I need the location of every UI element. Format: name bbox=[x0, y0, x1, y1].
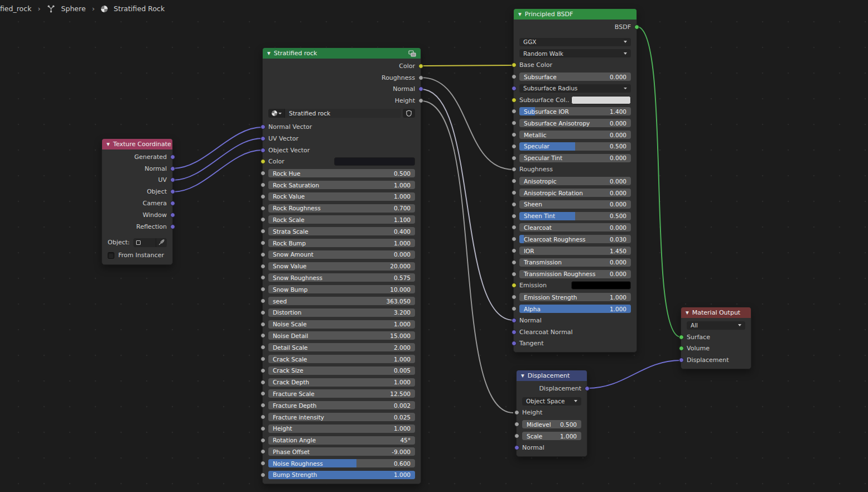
distribution-dropdown[interactable]: GGX bbox=[519, 38, 631, 46]
node-material-output[interactable]: ▼ Material Output All Surface Volume Dis… bbox=[681, 307, 751, 369]
value-socket[interactable] bbox=[512, 132, 517, 137]
object-picker-field[interactable] bbox=[133, 238, 156, 247]
node-texture-coordinate[interactable]: ▼ Texture Coordinate Generated Normal UV… bbox=[102, 138, 173, 265]
slider-clearcoat-roughness[interactable]: Clearcoat Roughness0.030 bbox=[519, 235, 631, 243]
slider-height[interactable]: Height1.000 bbox=[268, 425, 415, 433]
slider-crack-depth[interactable]: Crack Depth1.000 bbox=[268, 378, 415, 387]
value-socket[interactable] bbox=[512, 190, 517, 195]
collapse-icon[interactable]: ▼ bbox=[107, 142, 110, 147]
slider-snow-roughness[interactable]: Snow Roughness0.575 bbox=[268, 273, 415, 282]
value-socket[interactable] bbox=[261, 217, 266, 222]
value-socket[interactable] bbox=[261, 252, 266, 257]
vector-socket[interactable] bbox=[261, 136, 266, 141]
slider-specular[interactable]: Specular0.500 bbox=[519, 142, 631, 151]
collapse-icon[interactable]: ▼ bbox=[686, 310, 689, 315]
space-dropdown[interactable]: Object Space bbox=[522, 397, 581, 406]
value-socket[interactable] bbox=[512, 120, 517, 126]
value-socket[interactable] bbox=[512, 109, 517, 114]
node-header[interactable]: ▼ Principled BSDF bbox=[514, 9, 636, 20]
value-socket[interactable] bbox=[512, 74, 517, 79]
slider-transmission[interactable]: Transmission0.000 bbox=[519, 258, 631, 267]
slider-ior[interactable]: IOR1.450 bbox=[519, 247, 631, 255]
value-socket[interactable] bbox=[512, 248, 517, 253]
slider-rotation-angle[interactable]: Rotation Angle45° bbox=[268, 436, 415, 445]
value-socket[interactable] bbox=[514, 433, 519, 438]
vector-socket[interactable] bbox=[170, 177, 175, 182]
node-editor-canvas[interactable]: fied_rock › Sphere › Stratified Rock ▼ T… bbox=[0, 0, 868, 492]
vector-socket[interactable] bbox=[512, 330, 517, 335]
target-dropdown[interactable]: All bbox=[687, 321, 745, 330]
slider-midlevel[interactable]: Midlevel0.500 bbox=[522, 420, 581, 428]
value-socket[interactable] bbox=[418, 98, 423, 103]
slider-rock-bump[interactable]: Rock Bump1.000 bbox=[268, 239, 415, 247]
slider-detail-scale[interactable]: Detail Scale2.000 bbox=[268, 343, 415, 351]
value-socket[interactable] bbox=[261, 264, 266, 269]
collapse-icon[interactable]: ▼ bbox=[521, 373, 524, 378]
value-socket[interactable] bbox=[261, 472, 266, 477]
slider-distortion[interactable]: Distortion3.200 bbox=[268, 308, 415, 317]
value-socket[interactable] bbox=[418, 75, 423, 80]
value-socket[interactable] bbox=[261, 414, 266, 419]
value-socket[interactable] bbox=[512, 272, 517, 277]
value-socket[interactable] bbox=[514, 422, 519, 427]
slider-seed[interactable]: seed363.050 bbox=[268, 297, 415, 305]
color-socket[interactable] bbox=[418, 64, 423, 69]
slider-bump-strength[interactable]: Bump Strength1.000 bbox=[268, 471, 415, 479]
vector-socket[interactable] bbox=[512, 86, 517, 91]
slider-snow-value[interactable]: Snow Value20.000 bbox=[268, 262, 415, 271]
value-socket[interactable] bbox=[512, 306, 517, 311]
vector-socket[interactable] bbox=[170, 189, 175, 194]
vector-socket[interactable] bbox=[261, 124, 266, 129]
slider-emission-strength[interactable]: Emission Strength1.000 bbox=[519, 293, 631, 301]
vector-socket[interactable] bbox=[585, 386, 590, 391]
vector-socket[interactable] bbox=[514, 445, 519, 450]
value-socket[interactable] bbox=[512, 295, 517, 300]
slider-transmission-roughness[interactable]: Transmission Roughness0.000 bbox=[519, 270, 631, 278]
slider-snow-amount[interactable]: Snow Amount0.000 bbox=[268, 250, 415, 259]
value-socket[interactable] bbox=[512, 237, 517, 242]
value-socket[interactable] bbox=[261, 229, 266, 234]
color-socket[interactable] bbox=[512, 98, 517, 103]
vector-socket[interactable] bbox=[679, 358, 684, 363]
slider-subsurface[interactable]: Subsurface0.000 bbox=[519, 73, 631, 81]
value-socket[interactable] bbox=[512, 167, 517, 172]
subsurface-method-dropdown[interactable]: Random Walk bbox=[519, 49, 631, 57]
vector-socket[interactable] bbox=[170, 213, 175, 218]
slider-clearcoat[interactable]: Clearcoat0.000 bbox=[519, 223, 631, 231]
vector-socket[interactable] bbox=[261, 148, 266, 153]
eyedropper-button[interactable] bbox=[156, 238, 167, 247]
slider-crack-size[interactable]: Crack Size0.005 bbox=[268, 366, 415, 375]
value-socket[interactable] bbox=[261, 426, 266, 431]
vector-socket[interactable] bbox=[512, 318, 517, 323]
color-swatch[interactable] bbox=[334, 157, 415, 166]
node-header[interactable]: ▼ Stratified rock bbox=[263, 48, 421, 59]
shader-socket[interactable] bbox=[679, 335, 684, 340]
vector-socket[interactable] bbox=[170, 224, 175, 229]
slider-anisotropic[interactable]: Anisotropic0.000 bbox=[519, 177, 631, 185]
slider-snow-bump[interactable]: Snow Bump10.000 bbox=[268, 285, 415, 293]
slider-rock-value[interactable]: Rock Value1.000 bbox=[268, 192, 415, 201]
fake-user-button[interactable] bbox=[403, 109, 415, 118]
slider-scale[interactable]: Scale1.000 bbox=[522, 432, 581, 440]
value-socket[interactable] bbox=[261, 322, 266, 327]
collapse-icon[interactable]: ▼ bbox=[518, 12, 522, 17]
slider-rock-scale[interactable]: Rock Scale1.100 bbox=[268, 215, 415, 224]
value-socket[interactable] bbox=[261, 171, 266, 176]
slider-subsurface-anisotropy[interactable]: Subsurface Anisotropy0.000 bbox=[519, 119, 631, 127]
value-socket[interactable] bbox=[261, 182, 266, 187]
slider-rock-roughness[interactable]: Rock Roughness0.700 bbox=[268, 204, 415, 213]
value-socket[interactable] bbox=[512, 156, 517, 161]
value-socket[interactable] bbox=[261, 194, 266, 199]
value-socket[interactable] bbox=[261, 356, 266, 361]
value-socket[interactable] bbox=[261, 391, 266, 396]
slider-fracture-intensity[interactable]: Fracture intensity0.025 bbox=[268, 413, 415, 421]
slider-fracture-scale[interactable]: Fracture Scale12.500 bbox=[268, 389, 415, 398]
color-swatch[interactable] bbox=[571, 96, 631, 104]
value-socket[interactable] bbox=[512, 214, 517, 219]
vector-socket[interactable] bbox=[170, 166, 175, 171]
vector-socket[interactable] bbox=[418, 86, 423, 91]
value-socket[interactable] bbox=[261, 403, 266, 408]
value-socket[interactable] bbox=[261, 275, 266, 280]
value-socket[interactable] bbox=[512, 179, 517, 184]
value-socket[interactable] bbox=[261, 461, 266, 466]
